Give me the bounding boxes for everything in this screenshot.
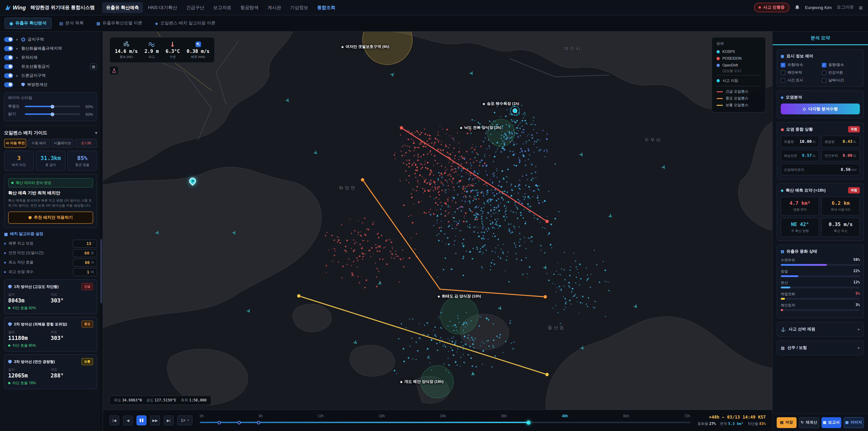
scrollbar-thumb[interactable]: [100, 239, 102, 303]
fence-endpoint: [545, 373, 549, 376]
nav-item-6[interactable]: 게시판: [264, 2, 285, 13]
display-option[interactable]: 날짜/시간: [822, 78, 860, 83]
checkbox[interactable]: ✓: [822, 63, 826, 67]
chevron-right-icon[interactable]: ▸: [16, 73, 19, 78]
param-input[interactable]: 15°: [73, 239, 97, 247]
checkbox[interactable]: ✓: [781, 63, 785, 67]
timeline-tick[interactable]: 72h: [684, 414, 690, 418]
chevron-right-icon[interactable]: ▸: [16, 37, 19, 41]
timeline-tick[interactable]: 6h: [259, 414, 263, 418]
stat-label: 연안부착: [825, 154, 838, 158]
nav-item-7[interactable]: 기상정보: [286, 2, 312, 13]
timeline-track[interactable]: [200, 422, 690, 423]
nav-item-8[interactable]: 통합조회: [313, 2, 340, 13]
nav-item-1[interactable]: 유출유 확산예측: [102, 2, 143, 13]
slider-track[interactable]: [25, 114, 80, 115]
timeline-tick[interactable]: 18h: [379, 414, 385, 418]
guide-tab-1[interactable]: AI 자동 추천: [4, 139, 26, 148]
timeline-tick[interactable]: 12h: [318, 414, 324, 418]
timeline-handle[interactable]: [526, 420, 530, 425]
nav-item-4[interactable]: 보고자료: [209, 2, 236, 13]
sample-tool-button[interactable]: [110, 66, 119, 75]
fold-section-1[interactable]: ⚓사고 선박 제원▸: [777, 322, 864, 337]
legend-fence: 긴급 오일펜스: [717, 88, 761, 95]
layer-toggle[interactable]: [4, 73, 13, 78]
chevron-right-icon[interactable]: ▸: [16, 55, 19, 59]
playback-speed-select[interactable]: 1× ▾: [177, 415, 193, 425]
skip-start-button[interactable]: |◀: [110, 415, 119, 425]
deployment-marker-icon[interactable]: [237, 421, 241, 424]
defense-line-card-1[interactable]: 1차 방어선 (고강도 차단형)긴급길이8043m각도303°차단 효율 92%: [4, 279, 97, 314]
layer-toggle[interactable]: [4, 82, 13, 87]
subtab-1[interactable]: ◉유출유 확산분석: [4, 18, 52, 29]
report-button[interactable]: ▥보고서: [822, 417, 841, 428]
slider-knob[interactable]: [51, 112, 54, 116]
deployment-marker-icon[interactable]: [257, 421, 260, 424]
deployment-marker-icon[interactable]: [217, 421, 221, 424]
param-input[interactable]: 60분: [73, 249, 97, 257]
display-option[interactable]: ✓풍향/풍속: [822, 62, 860, 67]
display-option[interactable]: ✓유향/유속: [781, 62, 819, 67]
map-canvas[interactable]: [103, 32, 772, 409]
timeline-slider[interactable]: 0h6h12h18h24h36h48h60h72h: [200, 413, 690, 428]
menu-icon[interactable]: ≡: [859, 4, 863, 11]
nav-item-5[interactable]: 항공탐색: [237, 2, 263, 13]
incident-status-badge[interactable]: 사고 진행중: [754, 3, 789, 12]
defense-line-card-2[interactable]: 2차 방어선 (외해용 중형 포위망)중요길이11180m각도303°차단 효율…: [4, 317, 97, 352]
checkbox[interactable]: [781, 70, 785, 75]
chevron-right-icon[interactable]: ▸: [16, 46, 19, 51]
skip-end-button[interactable]: ▶|: [164, 415, 174, 425]
timeline-tick[interactable]: 24h: [440, 414, 446, 418]
param-input[interactable]: 1배: [73, 268, 97, 276]
map-viewport[interactable]: ◈여자만 갯벌보호구역 (6h)◈송포 해수욕장 (1h)◈낙도 전복 양식장 …: [103, 32, 772, 409]
checkbox[interactable]: [822, 78, 826, 83]
slider-knob[interactable]: [51, 105, 54, 108]
timeline-tick[interactable]: 60h: [623, 414, 629, 418]
defense-line-card-3[interactable]: 3차 방어선 (연안 경량형)보통길이12065m각도288°차단 효율 78%: [4, 355, 97, 389]
apply-plan-button[interactable]: 추천 배치안 적용하기: [8, 212, 93, 224]
subtab-2[interactable]: ▤분석 목록: [54, 18, 89, 29]
display-option[interactable]: 민감자원: [822, 70, 860, 75]
collapse-chevron-icon[interactable]: ▾: [95, 131, 97, 135]
user-name[interactable]: Eunjeong Kim: [805, 5, 832, 10]
layer-toggle[interactable]: [4, 55, 13, 60]
fence-guide-header[interactable]: 오일펜스 배치 가이드 ▾: [4, 126, 97, 136]
display-option[interactable]: 해안부착: [781, 70, 819, 75]
analysis-summary-tab[interactable]: 분석 요약: [773, 32, 868, 45]
timeline-tick[interactable]: 48h: [562, 414, 568, 418]
weather-label: 해류 (NW): [191, 55, 205, 59]
checkbox[interactable]: [781, 78, 785, 83]
sidebar-scrollbar[interactable]: [100, 32, 102, 431]
polygon-analysis-button[interactable]: ◇ 다각형 분석수행: [781, 103, 860, 114]
timeline-tick[interactable]: 36h: [501, 414, 507, 418]
app-logo[interactable]: Wing: [5, 4, 26, 11]
guide-tab-3[interactable]: 시뮬레이션: [51, 139, 74, 148]
layer-toggle[interactable]: [4, 64, 13, 69]
pause-button[interactable]: [136, 415, 147, 425]
image-button[interactable]: ▣이미지: [843, 417, 864, 428]
logout-button[interactable]: 로그아웃: [837, 4, 854, 10]
slider-track[interactable]: [25, 106, 80, 107]
display-option[interactable]: 시간 표시: [781, 78, 819, 83]
guide-tab-2[interactable]: 수동 배치: [28, 139, 50, 148]
recalc-button[interactable]: ↻재계산: [799, 417, 819, 428]
map-column: ◈여자만 갯벌보호구역 (6h)◈송포 해수욕장 (1h)◈낙도 전복 양식장 …: [103, 32, 772, 431]
checkbox[interactable]: [822, 70, 826, 75]
save-button[interactable]: ▤저장: [777, 417, 796, 428]
fold-section-2[interactable]: ▦선주 / 보험▸: [777, 340, 864, 355]
fast-forward-button[interactable]: ▶▶: [150, 415, 160, 425]
guide-tab-4[interactable]: 초기화: [75, 139, 97, 148]
layer-toggle[interactable]: [4, 37, 13, 42]
layer-action-icon[interactable]: ▦: [90, 63, 97, 70]
step-back-button[interactable]: ◀: [123, 415, 133, 425]
layer-toggle[interactable]: [4, 46, 13, 51]
timeline-tick[interactable]: 0h: [200, 414, 204, 418]
notification-bell-icon[interactable]: [794, 4, 800, 10]
param-input[interactable]: 80%: [73, 258, 97, 267]
subtab-3[interactable]: ▦유출유확산모델 이론: [91, 18, 147, 29]
image-icon: ▣: [845, 420, 848, 425]
ai-plan-card: 확산 데이터 준비 완료 확산 예측 기반 최적 배치안 확산 예측을 분석하여…: [4, 174, 97, 228]
nav-item-2[interactable]: HNS·대기확산: [144, 2, 181, 13]
nav-item-3[interactable]: 긴급구난: [182, 2, 209, 13]
subtab-4[interactable]: ◈오일펜스 배치 알고리즘 이론: [150, 18, 221, 29]
